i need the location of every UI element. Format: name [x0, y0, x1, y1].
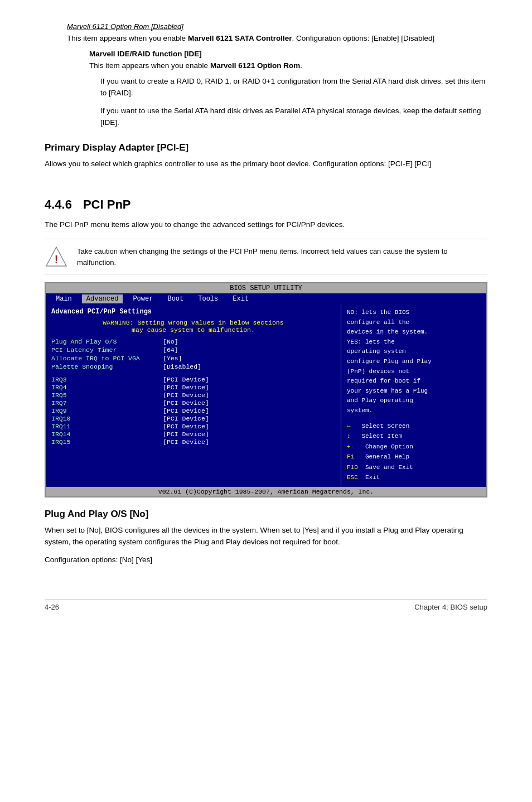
bios-irq4: IRQ4 [PCI Device]	[51, 384, 335, 391]
caution-icon: !	[45, 245, 68, 268]
bios-value-palette-snooping: [Disabled]	[163, 363, 201, 370]
bios-irq11: IRQ11 [PCI Device]	[51, 423, 335, 430]
bios-tab-tools[interactable]: Tools	[194, 294, 223, 303]
marvell-option-rom-heading: Marvell 6121 Option Rom [Disabled]	[67, 22, 487, 31]
footer-chapter: Chapter 4: BIOS setup	[414, 603, 487, 611]
marvell-ide-raid-heading: Marvell IDE/RAID function [IDE]	[89, 50, 487, 58]
section-446-heading: 4.4.6PCI PnP	[45, 192, 487, 212]
bios-label-allocate-irq: Allocate IRQ to PCI VGA	[51, 355, 163, 362]
marvell-ide-raid-para1: If you want to create a RAID 0, RAID 1, …	[100, 75, 487, 99]
bios-tab-exit[interactable]: Exit	[228, 294, 253, 303]
marvell-option-rom-text: This item appears when you enable Marvel…	[67, 33, 487, 44]
footer-page-number: 4-26	[45, 603, 59, 611]
bios-irq14: IRQ14 [PCI Device]	[51, 431, 335, 438]
bios-tab-bar: Main Advanced Power Boot Tools Exit	[46, 293, 486, 305]
bios-irq10: IRQ10 [PCI Device]	[51, 415, 335, 422]
bios-irq7: IRQ7 [PCI Device]	[51, 399, 335, 407]
bios-label-pci-latency: PCI Latency Timer	[51, 346, 163, 354]
bios-warning: WARNING: Setting wrong values in below s…	[51, 319, 335, 334]
bios-key-general-help: F1 General Help	[347, 452, 481, 462]
bios-key-save-exit: F10 Save and Exit	[347, 463, 481, 472]
marvell-ide-raid-text: This item appears when you enable Marvel…	[89, 60, 487, 71]
bios-item-pci-latency: PCI Latency Timer [64]	[51, 346, 335, 354]
bios-key-select-screen: ↔ Select Screen	[347, 422, 481, 431]
bios-tab-advanced[interactable]: Advanced	[82, 294, 123, 303]
bios-tab-main[interactable]: Main	[51, 294, 76, 303]
section-446-intro: The PCI PnP menu items allow you to chan…	[45, 219, 487, 231]
caution-box: ! Take caution when changing the setting…	[45, 239, 487, 274]
bios-key-select-item: ↕ Select Item	[347, 432, 481, 441]
bios-item-palette-snooping: Palette Snooping [Disabled]	[51, 363, 335, 370]
bios-right-description: NO: lets the BIOS configure all the devi…	[347, 308, 481, 416]
bios-irq3: IRQ3 [PCI Device]	[51, 376, 335, 383]
bios-key-change-option: +- Change Option	[347, 442, 481, 452]
page-footer: 4-26 Chapter 4: BIOS setup	[45, 599, 487, 611]
bios-body: Advanced PCI/PnP Settings WARNING: Setti…	[46, 305, 486, 487]
bios-left-panel: Advanced PCI/PnP Settings WARNING: Setti…	[46, 305, 341, 487]
caution-text: Take caution when changing the settings …	[77, 245, 487, 268]
bios-item-allocate-irq: Allocate IRQ to PCI VGA [Yes]	[51, 355, 335, 362]
bios-tab-power[interactable]: Power	[128, 294, 157, 303]
marvell-ide-raid-para2: If you want to use the Serial ATA hard d…	[100, 105, 487, 129]
bios-key-legend: ↔ Select Screen ↕ Select Item +- Change …	[347, 422, 481, 482]
primary-display-text: Allows you to select which graphics cont…	[45, 158, 487, 170]
bios-right-panel: NO: lets the BIOS configure all the devi…	[341, 305, 486, 487]
bios-tab-boot[interactable]: Boot	[163, 294, 188, 303]
bios-irq5: IRQ5 [PCI Device]	[51, 392, 335, 399]
bios-irq15: IRQ15 [PCI Device]	[51, 438, 335, 446]
bios-title: BIOS SETUP UTILITY	[46, 283, 486, 293]
bios-label-plug-and-play: Plug And Play O/S	[51, 338, 163, 345]
plug-and-play-config: Configuration options: [No] [Yes]	[45, 554, 487, 566]
bios-item-plug-and-play: Plug And Play O/S [No]	[51, 338, 335, 345]
primary-display-heading: Primary Display Adapter [PCI-E]	[45, 142, 487, 153]
bios-screen: BIOS SETUP UTILITY Main Advanced Power B…	[45, 282, 487, 497]
plug-and-play-text: When set to [No], BIOS configures all th…	[45, 524, 487, 548]
bios-label-palette-snooping: Palette Snooping	[51, 363, 163, 370]
svg-text:!: !	[55, 253, 59, 265]
bios-value-allocate-irq: [Yes]	[163, 355, 182, 362]
bios-value-pci-latency: [64]	[163, 346, 178, 354]
plug-and-play-heading: Plug And Play O/S [No]	[45, 509, 487, 520]
bios-key-esc: ESC Exit	[347, 473, 481, 482]
bios-irq9: IRQ9 [PCI Device]	[51, 407, 335, 414]
bios-section-title: Advanced PCI/PnP Settings	[51, 308, 335, 316]
bios-value-plug-and-play: [No]	[163, 338, 178, 345]
bios-footer: v02.61 (C)Copyright 1985-2007, American …	[46, 487, 486, 496]
